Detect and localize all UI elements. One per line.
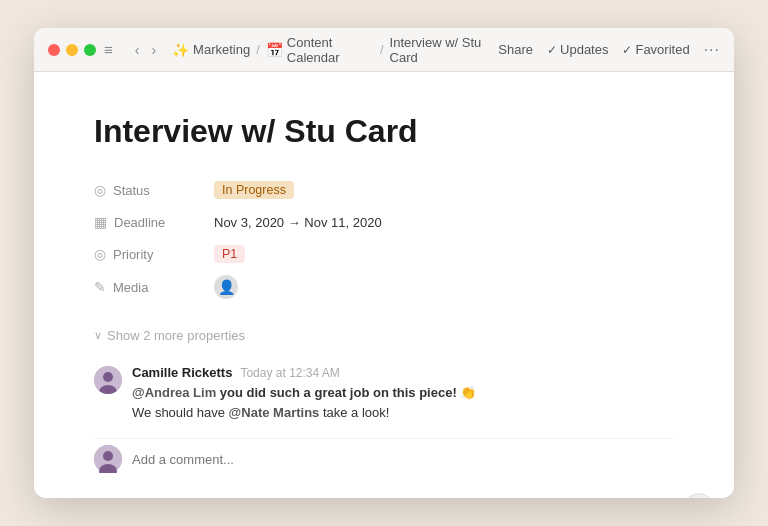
property-label-status: ◎ Status [94, 182, 214, 198]
page-title: Interview w/ Stu Card [94, 112, 674, 150]
breadcrumb-separator-1: / [256, 42, 260, 57]
properties-section: ◎ Status In Progress ▦ Deadline Nov 3, 2… [94, 174, 674, 304]
more-options-button[interactable]: ··· [704, 41, 720, 59]
property-value-deadline[interactable]: Nov 3, 2020 → Nov 11, 2020 [214, 215, 382, 230]
backlinks-section[interactable]: ↗ 2 backlinks [94, 497, 674, 498]
property-value-priority[interactable]: P1 [214, 245, 245, 263]
comment-timestamp: Today at 12:34 AM [240, 366, 339, 380]
property-label-priority: ◎ Priority [94, 246, 214, 262]
mention-nate: @Nate Martins [229, 405, 320, 420]
comment-header: Camille Ricketts Today at 12:34 AM [132, 365, 674, 380]
nav-buttons: ‹ › [131, 40, 160, 60]
comments-section: Camille Ricketts Today at 12:34 AM @Andr… [94, 365, 674, 422]
share-button[interactable]: Share [498, 42, 533, 57]
calendar-icon: 📅 [266, 42, 283, 58]
current-user-avatar [94, 445, 122, 473]
minimize-button[interactable] [66, 44, 78, 56]
current-user-avatar-image [94, 445, 122, 473]
share-label: Share [498, 42, 533, 57]
titlebar: ≡ ‹ › ✨ Marketing / 📅 Content Calendar /… [34, 28, 734, 72]
property-value-status[interactable]: In Progress [214, 181, 294, 199]
traffic-lights [48, 44, 96, 56]
avatar-icon: 👤 [218, 279, 235, 295]
back-button[interactable]: ‹ [131, 40, 144, 60]
avatar-image [94, 366, 122, 394]
avatar: 👤 [214, 275, 238, 299]
menu-button[interactable]: ≡ [100, 39, 117, 60]
comment-author-avatar [94, 366, 122, 394]
sparkle-icon: ✨ [172, 42, 189, 58]
property-row-media: ✎ Media 👤 [94, 270, 674, 304]
add-comment-row [94, 438, 674, 479]
breadcrumb-label-content-calendar: Content Calendar [287, 35, 374, 65]
backlinks-icon: ↗ [94, 497, 106, 498]
breadcrumb-separator-2: / [380, 42, 384, 57]
check-icon-2: ✓ [622, 43, 632, 57]
favorited-button[interactable]: ✓ Favorited [622, 42, 689, 57]
breadcrumb-label-current: Interview w/ Stu Card [390, 35, 499, 65]
forward-button[interactable]: › [147, 40, 160, 60]
show-more-properties-button[interactable]: ∨ Show 2 more properties [94, 324, 245, 347]
status-icon: ◎ [94, 182, 106, 198]
titlebar-right: Share ✓ Updates ✓ Favorited ··· [498, 41, 720, 59]
property-label-deadline: ▦ Deadline [94, 214, 214, 230]
comment-author-name: Camille Ricketts [132, 365, 232, 380]
property-row-priority: ◎ Priority P1 [94, 238, 674, 270]
comment-text: @Andrea Lim you did such a great job on … [132, 383, 674, 422]
check-icon: ✓ [547, 43, 557, 57]
chevron-down-icon: ∨ [94, 329, 102, 342]
mention-andrea: @Andrea Lim [132, 385, 216, 400]
comment-item: Camille Ricketts Today at 12:34 AM @Andr… [94, 365, 674, 422]
svg-point-1 [103, 372, 113, 382]
property-value-media[interactable]: 👤 [214, 275, 238, 299]
comment-plain-text: We should have [132, 405, 229, 420]
comment-body: Camille Ricketts Today at 12:34 AM @Andr… [132, 365, 674, 422]
breadcrumb-item-content-calendar[interactable]: 📅 Content Calendar [266, 35, 374, 65]
media-icon: ✎ [94, 279, 106, 295]
calendar-property-icon: ▦ [94, 214, 107, 230]
property-row-status: ◎ Status In Progress [94, 174, 674, 206]
app-window: ≡ ‹ › ✨ Marketing / 📅 Content Calendar /… [34, 28, 734, 498]
content-wrapper: Interview w/ Stu Card ◎ Status In Progre… [34, 72, 734, 498]
updates-label: Updates [560, 42, 608, 57]
comment-bold-text: you did such a great job on this piece! … [216, 385, 476, 400]
priority-icon: ◎ [94, 246, 106, 262]
maximize-button[interactable] [84, 44, 96, 56]
show-more-label: Show 2 more properties [107, 328, 245, 343]
comment-plain-text-2: take a look! [319, 405, 389, 420]
favorited-label: Favorited [635, 42, 689, 57]
page-content: Interview w/ Stu Card ◎ Status In Progre… [34, 72, 734, 498]
breadcrumb: ✨ Marketing / 📅 Content Calendar / Inter… [172, 35, 498, 65]
breadcrumb-item-marketing[interactable]: ✨ Marketing [172, 42, 250, 58]
svg-point-4 [103, 451, 113, 461]
property-label-media: ✎ Media [94, 279, 214, 295]
breadcrumb-item-current: Interview w/ Stu Card [390, 35, 499, 65]
close-button[interactable] [48, 44, 60, 56]
updates-button[interactable]: ✓ Updates [547, 42, 608, 57]
add-comment-input[interactable] [132, 452, 674, 467]
status-badge[interactable]: In Progress [214, 181, 294, 199]
property-row-deadline: ▦ Deadline Nov 3, 2020 → Nov 11, 2020 [94, 206, 674, 238]
priority-badge[interactable]: P1 [214, 245, 245, 263]
breadcrumb-label-marketing: Marketing [193, 42, 250, 57]
